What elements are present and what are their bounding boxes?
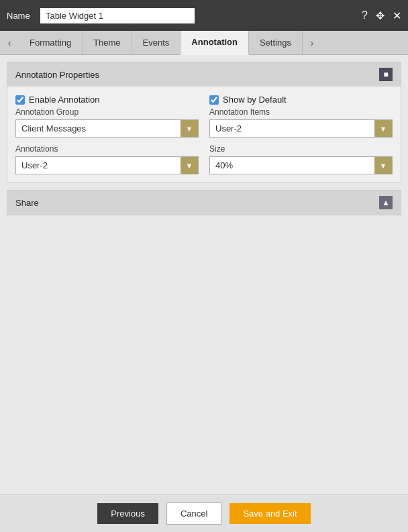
- tab-annotation[interactable]: Annotation: [181, 31, 249, 55]
- annotation-group-field: Annotation Group Client Messages System …: [15, 107, 199, 138]
- move-icon[interactable]: ✥: [376, 9, 385, 22]
- enable-annotation-col: Enable Annotation Annotation Group Clien…: [15, 95, 199, 138]
- annotation-properties-header: Annotation Properties ■: [7, 62, 401, 87]
- annotation-items-select-wrapper: User-2 User-1 User-3 ▼: [209, 119, 393, 138]
- tabs-container: ‹ Formatting Theme Events Annotation Set…: [0, 31, 408, 55]
- save-exit-button[interactable]: Save and Exit: [230, 503, 310, 524]
- main-content: Annotation Properties ■ Enable Annotatio…: [0, 55, 408, 494]
- tab-right-arrow[interactable]: ›: [303, 31, 321, 55]
- annotations-label: Annotations: [15, 144, 199, 154]
- size-field: Size 20% 30% 40% 50% 60% ▼: [209, 144, 393, 174]
- annotation-items-select[interactable]: User-2 User-1 User-3: [210, 120, 392, 137]
- show-by-default-label: Show by Default: [223, 95, 287, 105]
- annotation-properties-section: Annotation Properties ■ Enable Annotatio…: [7, 62, 401, 183]
- show-by-default-col: Show by Default Annotation Items User-2 …: [209, 95, 393, 138]
- previous-button[interactable]: Previous: [97, 503, 158, 524]
- share-toggle[interactable]: ▲: [379, 196, 393, 209]
- annotations-select-wrapper: User-2 User-1 User-3 ▼: [15, 156, 199, 174]
- annotation-items-label: Annotation Items: [209, 107, 393, 117]
- annotation-properties-title: Annotation Properties: [15, 70, 99, 80]
- size-label: Size: [209, 144, 393, 154]
- enable-annotation-row: Enable Annotation: [15, 95, 199, 105]
- show-by-default-row: Show by Default: [209, 95, 393, 105]
- size-select[interactable]: 20% 30% 40% 50% 60%: [210, 157, 392, 174]
- share-section: Share ▲: [7, 190, 401, 215]
- header-icons: ? ✥ ✕: [362, 9, 401, 22]
- cancel-button[interactable]: Cancel: [166, 502, 221, 525]
- size-select-wrapper: 20% 30% 40% 50% 60% ▼: [209, 156, 393, 174]
- show-by-default-checkbox[interactable]: [209, 95, 219, 105]
- tab-formatting[interactable]: Formatting: [19, 31, 83, 55]
- annotations-select[interactable]: User-2 User-1 User-3: [16, 157, 198, 174]
- annotation-properties-body: Enable Annotation Annotation Group Clien…: [7, 87, 401, 182]
- annotation-group-select-wrapper: Client Messages System Messages User Mes…: [15, 119, 199, 138]
- header: Name ? ✥ ✕: [0, 0, 408, 31]
- name-label: Name: [7, 11, 34, 21]
- annotation-items-field: Annotation Items User-2 User-1 User-3 ▼: [209, 107, 393, 138]
- annotation-group-label: Annotation Group: [15, 107, 199, 117]
- widget-name-input[interactable]: [40, 8, 195, 23]
- tab-theme[interactable]: Theme: [83, 31, 132, 55]
- tab-settings[interactable]: Settings: [249, 31, 303, 55]
- annotation-grid: Enable Annotation Annotation Group Clien…: [15, 95, 393, 174]
- annotations-field: Annotations User-2 User-1 User-3 ▼: [15, 144, 199, 174]
- share-header: Share ▲: [7, 191, 401, 215]
- enable-annotation-checkbox[interactable]: [15, 95, 25, 105]
- annotation-properties-toggle[interactable]: ■: [379, 68, 393, 81]
- tab-left-arrow[interactable]: ‹: [0, 31, 19, 55]
- close-icon[interactable]: ✕: [393, 9, 401, 22]
- enable-annotation-label: Enable Annotation: [29, 95, 100, 105]
- share-title: Share: [15, 198, 39, 208]
- tab-events[interactable]: Events: [132, 31, 181, 55]
- help-icon[interactable]: ?: [362, 9, 368, 21]
- annotation-group-select[interactable]: Client Messages System Messages User Mes…: [16, 120, 198, 137]
- footer: Previous Cancel Save and Exit: [0, 494, 408, 532]
